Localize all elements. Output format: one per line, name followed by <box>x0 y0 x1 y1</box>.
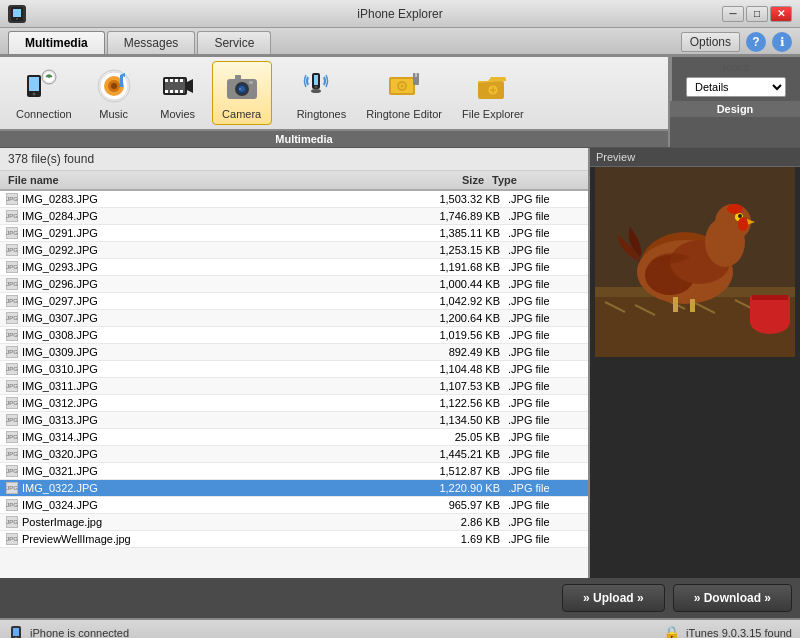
tab-service[interactable]: Service <box>197 31 271 54</box>
file-size: 1,200.64 KB <box>408 312 508 324</box>
help-button[interactable]: ? <box>746 32 766 52</box>
title-bar-left <box>8 5 26 23</box>
file-name: IMG_0320.JPG <box>20 448 408 460</box>
toolbar-file-explorer[interactable]: File Explorer <box>454 62 532 124</box>
status-left: iPhone is connected <box>8 625 129 638</box>
file-icon: JPG <box>4 294 20 308</box>
connection-icon <box>24 66 64 106</box>
icons-label: Icons <box>723 61 749 73</box>
svg-rect-32 <box>314 75 318 85</box>
file-size: 892.49 KB <box>408 346 508 358</box>
svg-point-39 <box>401 85 404 88</box>
table-row[interactable]: JPG IMG_0322.JPG 1,220.90 KB .JPG file <box>0 480 588 497</box>
table-row[interactable]: JPG IMG_0310.JPG 1,104.48 KB .JPG file <box>0 361 588 378</box>
table-row[interactable]: JPG IMG_0312.JPG 1,122.56 KB .JPG file <box>0 395 588 412</box>
file-type: .JPG file <box>508 295 588 307</box>
table-row[interactable]: JPG IMG_0311.JPG 1,107.53 KB .JPG file <box>0 378 588 395</box>
phone-status-icon <box>8 625 24 638</box>
file-type: .JPG file <box>508 397 588 409</box>
music-icon <box>94 66 134 106</box>
jpg-icon: JPG <box>6 448 18 460</box>
camera-label: Camera <box>222 108 261 120</box>
connection-label: Connection <box>16 108 72 120</box>
file-type: .JPG file <box>508 533 588 545</box>
table-row[interactable]: JPG IMG_0309.JPG 892.49 KB .JPG file <box>0 344 588 361</box>
svg-rect-69 <box>13 628 19 636</box>
jpg-icon: JPG <box>6 499 18 511</box>
file-icon: JPG <box>4 464 20 478</box>
file-name: IMG_0312.JPG <box>20 397 408 409</box>
minimize-button[interactable]: ─ <box>722 6 744 22</box>
file-name: IMG_0314.JPG <box>20 431 408 443</box>
table-row[interactable]: JPG IMG_0283.JPG 1,503.32 KB .JPG file <box>0 191 588 208</box>
toolbar-left: Connection <box>0 57 668 147</box>
download-button[interactable]: » Download » <box>673 584 792 612</box>
table-row[interactable]: JPG PreviewWellImage.jpg 1.69 KB .JPG fi… <box>0 531 588 548</box>
file-type: .JPG file <box>508 227 588 239</box>
jpg-icon: JPG <box>6 193 18 205</box>
toolbar-ringtones[interactable]: Ringtones <box>289 62 355 124</box>
jpg-icon: JPG <box>6 210 18 222</box>
file-icon: JPG <box>4 277 20 291</box>
file-size: 1,220.90 KB <box>408 482 508 494</box>
file-type: .JPG file <box>508 465 588 477</box>
file-name: IMG_0283.JPG <box>20 193 408 205</box>
file-size: 1,746.89 KB <box>408 210 508 222</box>
file-name: IMG_0308.JPG <box>20 329 408 341</box>
ringtones-label: Ringtones <box>297 108 347 120</box>
file-icon: JPG <box>4 243 20 257</box>
table-row[interactable]: JPG PosterImage.jpg 2.86 KB .JPG file <box>0 514 588 531</box>
tab-messages[interactable]: Messages <box>107 31 196 54</box>
content-area: 378 file(s) found File name Size Type JP… <box>0 148 800 578</box>
preview-image <box>590 167 800 578</box>
file-icon: JPG <box>4 226 20 240</box>
close-button[interactable]: ✕ <box>770 6 792 22</box>
table-row[interactable]: JPG IMG_0297.JPG 1,042.92 KB .JPG file <box>0 293 588 310</box>
design-select[interactable]: Details Small Icons Large Icons <box>686 77 786 97</box>
options-button[interactable]: Options <box>681 32 740 52</box>
table-row[interactable]: JPG IMG_0292.JPG 1,253.15 KB .JPG file <box>0 242 588 259</box>
table-row[interactable]: JPG IMG_0313.JPG 1,134.50 KB .JPG file <box>0 412 588 429</box>
file-icon: JPG <box>4 328 20 342</box>
table-row[interactable]: JPG IMG_0324.JPG 965.97 KB .JPG file <box>0 497 588 514</box>
toolbar-movies[interactable]: Movies <box>148 62 208 124</box>
table-row[interactable]: JPG IMG_0307.JPG 1,200.64 KB .JPG file <box>0 310 588 327</box>
jpg-icon: JPG <box>6 295 18 307</box>
maximize-button[interactable]: □ <box>746 6 768 22</box>
toolbar-ringtone-editor[interactable]: Ringtone Editor <box>358 62 450 124</box>
table-row[interactable]: JPG IMG_0321.JPG 1,512.87 KB .JPG file <box>0 463 588 480</box>
file-name: IMG_0313.JPG <box>20 414 408 426</box>
file-icon: JPG <box>4 413 20 427</box>
table-row[interactable]: JPG IMG_0293.JPG 1,191.68 KB .JPG file <box>0 259 588 276</box>
toolbar-right: Icons Details Small Icons Large Icons De… <box>668 57 800 147</box>
lock-icon: 🔒 <box>663 625 680 638</box>
toolbar-camera[interactable]: Camera <box>212 61 272 125</box>
tab-multimedia[interactable]: Multimedia <box>8 31 105 54</box>
ringtone-editor-label: Ringtone Editor <box>366 108 442 120</box>
file-type: .JPG file <box>508 346 588 358</box>
toolbar-connection[interactable]: Connection <box>8 62 80 124</box>
table-row[interactable]: JPG IMG_0320.JPG 1,445.21 KB .JPG file <box>0 446 588 463</box>
file-icon: JPG <box>4 260 20 274</box>
table-row[interactable]: JPG IMG_0296.JPG 1,000.44 KB .JPG file <box>0 276 588 293</box>
table-row[interactable]: JPG IMG_0308.JPG 1,019.56 KB .JPG file <box>0 327 588 344</box>
jpg-icon: JPG <box>6 414 18 426</box>
file-list[interactable]: JPG IMG_0283.JPG 1,503.32 KB .JPG file J… <box>0 191 588 578</box>
jpg-icon: JPG <box>6 533 18 545</box>
jpg-icon: JPG <box>6 380 18 392</box>
table-row[interactable]: JPG IMG_0314.JPG 25.05 KB .JPG file <box>0 429 588 446</box>
file-icon: JPG <box>4 532 20 546</box>
upload-button[interactable]: » Upload » <box>562 584 665 612</box>
file-type: .JPG file <box>508 499 588 511</box>
file-icon: JPG <box>4 379 20 393</box>
jpg-icon: JPG <box>6 465 18 477</box>
table-row[interactable]: JPG IMG_0291.JPG 1,385.11 KB .JPG file <box>0 225 588 242</box>
info-button[interactable]: ℹ <box>772 32 792 52</box>
svg-point-2 <box>16 18 18 20</box>
file-icon: JPG <box>4 311 20 325</box>
table-row[interactable]: JPG IMG_0284.JPG 1,746.89 KB .JPG file <box>0 208 588 225</box>
file-icon: JPG <box>4 396 20 410</box>
file-explorer-label: File Explorer <box>462 108 524 120</box>
svg-rect-20 <box>165 90 168 93</box>
toolbar-music[interactable]: Music <box>84 62 144 124</box>
